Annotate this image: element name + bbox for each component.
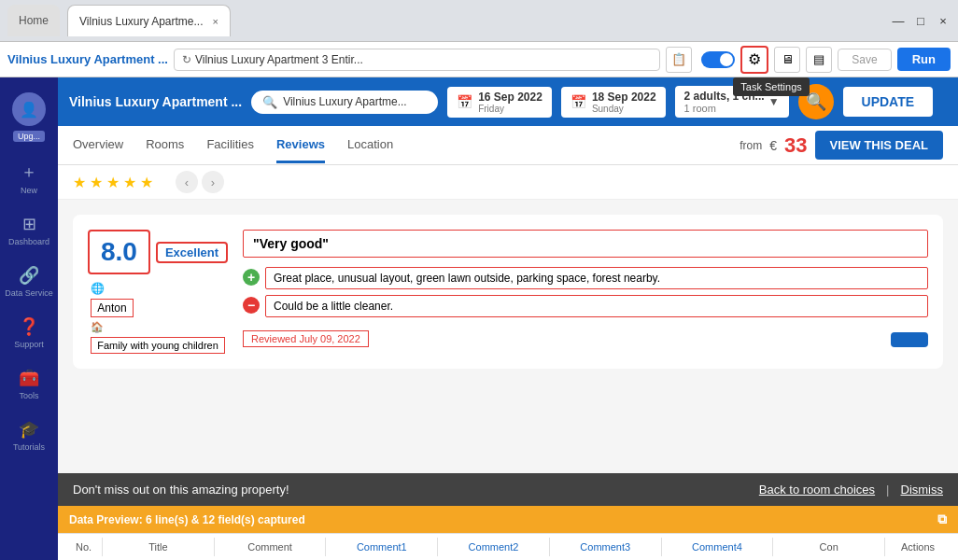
tab-close-icon[interactable]: ×: [213, 16, 218, 27]
data-table-header: No. Title Comment Comment1 Comment2 Comm…: [58, 533, 958, 560]
booking-bar: Vilnius Luxury Apartment ... 🔍 Vilnius L…: [58, 77, 958, 126]
bottom-banner: Don't miss out on this amazing property!…: [58, 473, 958, 506]
tab-vilnius[interactable]: Vilnius Luxury Apartme... ×: [67, 5, 231, 36]
col-comment2: Comment2: [438, 538, 550, 556]
save-button[interactable]: Save: [838, 49, 891, 71]
reviewer-info: 🌐 Anton 🏠 Family with young children: [91, 282, 225, 354]
search-text: Vilnius Luxury Apartme...: [283, 95, 407, 108]
col-con: Con: [773, 538, 885, 556]
plus-icon: +: [243, 269, 260, 286]
score-box: 8.0: [88, 230, 150, 274]
checkout-date-box[interactable]: 📅 18 Sep 2022 Sunday: [561, 87, 666, 118]
tab-facilities[interactable]: Facilities: [206, 128, 254, 163]
col-comment3: Comment3: [550, 538, 662, 556]
sidebar-item-dashboard[interactable]: ⊞ Dashboard: [0, 206, 58, 254]
sidebar-item-new[interactable]: ＋ New: [0, 153, 58, 203]
dashboard-icon: ⊞: [22, 214, 36, 234]
new-icon: ＋: [21, 161, 37, 183]
star-3: ★: [106, 174, 120, 191]
checkout-date: 18 Sep 2022: [592, 91, 656, 104]
review-title: "Very good": [243, 230, 928, 258]
price-amount: 33: [784, 133, 807, 158]
update-button[interactable]: UPDATE: [843, 87, 934, 117]
layout-icon[interactable]: ▤: [806, 47, 832, 73]
sidebar-item-tools[interactable]: 🧰 Tools: [0, 360, 58, 408]
dismiss-button[interactable]: Dismiss: [901, 483, 944, 497]
run-button[interactable]: Run: [897, 48, 951, 71]
view-deal-button[interactable]: VIEW THIS DEAL: [815, 131, 943, 160]
browse-switch[interactable]: [701, 51, 735, 68]
support-icon: ❓: [19, 316, 39, 337]
tutorials-icon: 🎓: [19, 419, 39, 440]
nav-prev[interactable]: ‹: [176, 171, 198, 193]
page-tabs: Overview Rooms Facilities Reviews Locati…: [58, 126, 958, 165]
upg-badge: Upg...: [13, 131, 45, 142]
task-settings-tooltip: Task Settings: [733, 77, 809, 96]
url-text: Vilnius Luxury Apartment 3 Entir...: [195, 53, 363, 66]
tab-rooms[interactable]: Rooms: [146, 128, 184, 163]
helpful-button[interactable]: [891, 332, 928, 347]
tab-location[interactable]: Location: [347, 128, 393, 163]
minimize-button[interactable]: —: [891, 13, 906, 28]
data-service-icon: 🔗: [19, 265, 39, 286]
minus-icon: −: [243, 297, 260, 314]
reviewer-name: Anton: [91, 299, 133, 317]
star-4: ★: [123, 174, 136, 191]
tab-vilnius-label: Vilnius Luxury Apartme...: [79, 15, 204, 28]
task-settings-button[interactable]: ⚙ Task Settings: [740, 46, 768, 74]
search-box[interactable]: 🔍 Vilnius Luxury Apartme...: [251, 91, 438, 114]
banner-links: Back to room choices | Dismiss: [759, 483, 943, 497]
col-comment1: Comment1: [326, 538, 438, 556]
tab-home-label: Home: [19, 14, 49, 27]
view-deal-area: from € 33 VIEW THIS DEAL: [740, 131, 943, 160]
sidebar: 👤 Upg... ＋ New ⊞ Dashboard 🔗 Data Servic…: [0, 77, 58, 560]
maximize-button[interactable]: □: [913, 13, 928, 28]
sidebar-new-label: New: [21, 186, 37, 195]
sidebar-item-profile[interactable]: 👤 Upg...: [0, 85, 58, 149]
sidebar-item-support[interactable]: ❓ Support: [0, 309, 58, 357]
negative-comment: − Could be a little cleaner.: [243, 295, 928, 317]
sidebar-item-tutorials[interactable]: 🎓 Tutorials: [0, 412, 58, 459]
checkout-day: Sunday: [592, 104, 656, 114]
positive-text: Great place, unusual layout, green lawn …: [265, 267, 928, 289]
browse-toggle: [697, 51, 735, 68]
tab-home[interactable]: Home: [7, 5, 60, 36]
score-label: Excellent: [156, 242, 228, 263]
review-date: Reviewed July 09, 2022: [243, 330, 369, 347]
tab-overview[interactable]: Overview: [73, 128, 123, 163]
monitor-icon[interactable]: 🖥: [774, 47, 800, 73]
tools-icon: 🧰: [19, 368, 39, 388]
back-to-room-choices-link[interactable]: Back to room choices: [759, 483, 875, 497]
checkin-date-box[interactable]: 📅 16 Sep 2022 Friday: [447, 87, 552, 118]
checkin-date: 16 Sep 2022: [478, 91, 542, 104]
tab-reviews[interactable]: Reviews: [276, 128, 325, 163]
data-preview-bar: Data Preview: 6 line(s) & 12 field(s) ca…: [58, 506, 958, 533]
col-title: Title: [103, 538, 215, 556]
copy-icon[interactable]: 📋: [666, 47, 692, 73]
negative-text: Could be a little cleaner.: [265, 295, 928, 317]
rooms-count: 1 room: [684, 103, 765, 114]
review-card: 8.0 Excellent 🌐 Anton 🏠 Family with youn…: [73, 215, 943, 369]
review-content: 8.0 Excellent 🌐 Anton 🏠 Family with youn…: [58, 200, 958, 473]
expand-icon[interactable]: ⧉: [937, 511, 947, 527]
nav-next[interactable]: ›: [202, 171, 224, 193]
col-no: No.: [65, 538, 103, 556]
star-1: ★: [73, 174, 86, 191]
close-button[interactable]: ×: [936, 13, 951, 28]
reviewer-type: Family with young children: [91, 337, 225, 354]
checkin-day: Friday: [478, 104, 542, 114]
price-prefix: from: [740, 139, 762, 152]
banner-message: Don't miss out on this amazing property!: [73, 483, 289, 497]
stars-row: ★ ★ ★ ★ ★ ‹ ›: [58, 165, 958, 200]
col-comment: Comment: [215, 538, 327, 556]
star-5: ★: [140, 174, 153, 191]
sidebar-data-label: Data Service: [5, 288, 53, 298]
window-controls: — □ ×: [891, 13, 951, 28]
booking-property: Vilnius Luxury Apartment ...: [69, 94, 242, 109]
col-actions: Actions: [885, 538, 951, 556]
address-input[interactable]: ↻ Vilnius Luxury Apartment 3 Entir...: [174, 49, 660, 71]
sidebar-tutorials-label: Tutorials: [13, 442, 45, 452]
sidebar-item-data-service[interactable]: 🔗 Data Service: [0, 258, 58, 305]
sidebar-tools-label: Tools: [19, 391, 38, 400]
currency-symbol: €: [769, 138, 777, 153]
